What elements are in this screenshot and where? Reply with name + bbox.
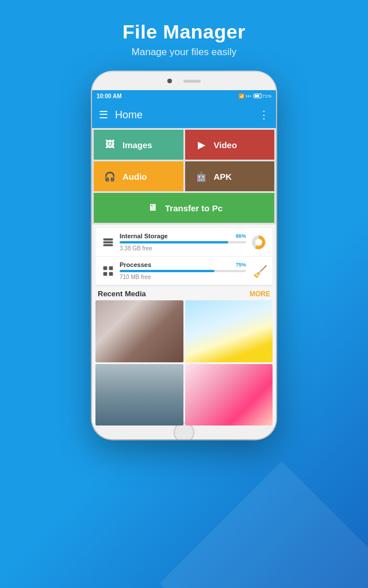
- video-button[interactable]: ▶ Video: [185, 130, 275, 160]
- screen: 10:00 AM 📶 H+ 71% ☰ Home ⋮: [92, 90, 276, 425]
- thumb-content-baby1: [95, 300, 183, 362]
- signal-icon: H+: [246, 94, 252, 99]
- app-title: File Manager: [122, 21, 246, 43]
- hamburger-icon[interactable]: ☰: [99, 109, 108, 121]
- svg-rect-7: [103, 272, 108, 276]
- processes-item: Processes 75% 710 MB free 🧹: [95, 257, 273, 285]
- clean-icon: 🧹: [251, 263, 267, 279]
- front-camera: [167, 79, 172, 83]
- internal-storage-percent: 86%: [236, 233, 246, 239]
- app-subtitle: Manage your files easily: [122, 47, 246, 58]
- recent-media-title: Recent Media: [98, 289, 146, 298]
- media-thumb-woman[interactable]: [95, 364, 183, 426]
- storage-cards: Internal Storage 86% 3.38 GB free: [95, 228, 273, 285]
- svg-rect-5: [103, 266, 108, 270]
- page-title-section: File Manager Manage your files easily: [122, 21, 246, 58]
- transfer-label: Transfer to Pc: [165, 203, 223, 213]
- status-bar: 10:00 AM 📶 H+ 71%: [92, 90, 276, 102]
- phone-speaker: [183, 80, 201, 83]
- video-label: Video: [214, 140, 237, 150]
- media-thumb-baby1[interactable]: [95, 300, 183, 362]
- audio-button[interactable]: 🎧 Audio: [94, 161, 183, 191]
- processes-name: Processes 75%: [120, 261, 246, 268]
- internal-storage-bar-container: [120, 241, 246, 243]
- svg-rect-6: [109, 266, 113, 270]
- processes-percent: 75%: [236, 262, 246, 268]
- internal-storage-item: Internal Storage 86% 3.38 GB free: [95, 228, 273, 257]
- processes-info: Processes 75% 710 MB free: [120, 261, 246, 280]
- more-menu-icon[interactable]: ⋮: [259, 109, 269, 121]
- svg-point-4: [255, 239, 262, 246]
- status-icons: 📶 H+ 71%: [239, 94, 271, 99]
- svg-rect-8: [109, 272, 113, 276]
- processes-bar: [120, 270, 214, 272]
- phone-bottom-bar: [92, 425, 276, 439]
- apk-label: APK: [214, 172, 232, 181]
- svg-rect-2: [103, 244, 113, 246]
- more-link[interactable]: MORE: [250, 290, 270, 298]
- internal-storage-info: Internal Storage 86% 3.38 GB free: [120, 233, 246, 252]
- thumb-content-woman: [95, 364, 183, 426]
- wifi-icon: 📶: [239, 94, 244, 99]
- video-icon: ▶: [194, 138, 208, 152]
- process-icon: [101, 264, 115, 278]
- svg-text:🧹: 🧹: [253, 265, 267, 278]
- battery-icon: 71%: [254, 94, 271, 99]
- apk-icon: 🤖: [194, 169, 208, 183]
- transfer-icon: 🖥: [145, 201, 159, 215]
- recent-media-header: Recent Media MORE: [92, 285, 276, 300]
- svg-rect-0: [103, 238, 113, 240]
- content-area: 🖼 Images ▶ Video 🎧 Audio 🤖 APK 🖥 T: [92, 128, 276, 425]
- media-grid: [92, 300, 276, 425]
- internal-storage-bar: [120, 241, 228, 243]
- media-thumb-baby2[interactable]: [185, 364, 273, 426]
- app-bar-title: Home: [115, 109, 259, 121]
- images-label: Images: [122, 140, 152, 150]
- thumb-content-duck: [185, 300, 273, 362]
- internal-storage-name: Internal Storage 86%: [120, 233, 246, 239]
- storage-icon: [101, 235, 115, 249]
- transfer-button[interactable]: 🖥 Transfer to Pc: [94, 193, 274, 223]
- media-thumb-duck[interactable]: [185, 300, 273, 362]
- processes-bar-container: [120, 270, 246, 272]
- phone-top-bar: [92, 72, 276, 90]
- images-icon: 🖼: [103, 138, 117, 152]
- internal-storage-chart: [251, 234, 267, 250]
- processes-free: 710 MB free: [120, 274, 246, 280]
- status-time: 10:00 AM: [97, 93, 122, 99]
- thumb-content-baby2: [185, 364, 273, 426]
- audio-icon: 🎧: [103, 169, 117, 183]
- internal-storage-free: 3.38 GB free: [120, 245, 246, 252]
- phone-frame: 10:00 AM 📶 H+ 71% ☰ Home ⋮: [92, 72, 276, 439]
- audio-label: Audio: [122, 172, 147, 181]
- category-grid: 🖼 Images ▶ Video 🎧 Audio 🤖 APK 🖥 T: [92, 128, 276, 225]
- app-bar: ☰ Home ⋮: [92, 102, 276, 128]
- svg-rect-1: [103, 241, 113, 243]
- images-button[interactable]: 🖼 Images: [94, 130, 183, 160]
- apk-button[interactable]: 🤖 APK: [185, 161, 275, 191]
